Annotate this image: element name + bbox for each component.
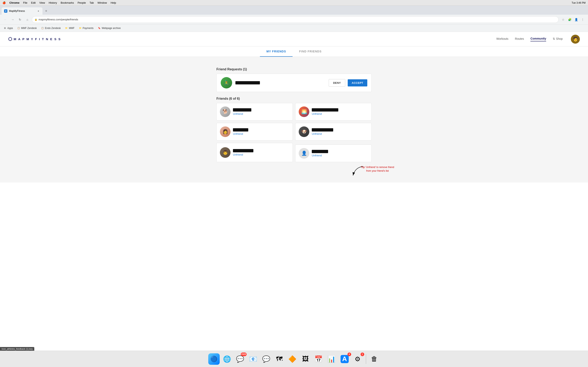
forward-button[interactable]: → xyxy=(10,17,16,22)
friend-info-6: Unfriend xyxy=(312,150,328,157)
dock-keynote[interactable]: 📊 xyxy=(326,353,337,365)
apps-icon: ⊞ xyxy=(3,26,7,30)
unfriend-link-4[interactable]: Unfriend xyxy=(312,132,333,135)
menu-help[interactable]: Help xyxy=(111,1,116,4)
dock-messages[interactable]: 💬 xyxy=(260,353,272,365)
menu-chrome[interactable]: Chrome xyxy=(9,1,19,4)
mmf-logo-text: M A P M Y F I T N E S S xyxy=(14,37,61,41)
nav-shop[interactable]: ⇅ Shop xyxy=(553,37,563,41)
friend-avatar-3[interactable]: 👩 xyxy=(220,126,231,137)
url-bar[interactable]: 🔒 mapmyfitness.com/people/friends xyxy=(32,16,559,23)
request-avatar[interactable]: 🚴 xyxy=(221,77,232,89)
dock-settings[interactable]: ⚙ 1 xyxy=(352,353,363,365)
mmf-nav-links: Workouts Routes Community ⇅ Shop xyxy=(496,37,563,42)
nav-community[interactable]: Community xyxy=(530,37,546,42)
nav-workouts[interactable]: Workouts xyxy=(496,37,508,41)
shop-label: Shop xyxy=(556,37,563,40)
dock-divider xyxy=(366,354,366,364)
dock-outlook[interactable]: 📧 xyxy=(247,353,259,365)
appstore-icon: A xyxy=(341,355,349,363)
payments-icon: 📁 xyxy=(79,26,82,30)
unfriend-link-6[interactable]: Unfriend xyxy=(312,154,328,157)
friend-requests-title: Friend Requests (1) xyxy=(216,67,372,71)
bookmark-endo-zendesk[interactable]: 📋 Endo Zendesk xyxy=(39,26,62,31)
star-button[interactable]: ☆ xyxy=(560,17,566,22)
friend-card-6: 👤 Unfriend xyxy=(295,145,372,162)
dock-maps[interactable]: 🗺 xyxy=(274,353,285,365)
bookmark-apps[interactable]: ⊞ Apps xyxy=(2,26,15,31)
active-tab[interactable]: M MapMyFitness × xyxy=(2,7,43,15)
dock-preview[interactable]: 🖼 xyxy=(300,353,311,365)
settings-icon: ⚙ xyxy=(355,355,361,363)
apple-menu[interactable]: 🍎 xyxy=(2,1,6,4)
bookmark-apps-label: Apps xyxy=(7,27,13,30)
tab-my-friends[interactable]: MY FRIENDS xyxy=(260,47,293,57)
friend-avatar-2[interactable]: 🌅 xyxy=(299,106,309,117)
menu-file[interactable]: File xyxy=(23,1,27,4)
user-avatar-placeholder: 🧑 xyxy=(573,36,578,42)
menu-button[interactable]: ⋮ xyxy=(580,17,586,22)
taskheat-icon: 🔶 xyxy=(288,355,296,363)
calendar-icon: 📅 xyxy=(314,355,323,363)
friend-avatar-6[interactable]: 👤 xyxy=(299,148,309,159)
cyclist-avatar-icon: 🚴 xyxy=(224,80,229,85)
tab-find-friends[interactable]: FIND FRIENDS xyxy=(293,47,328,57)
refresh-button[interactable]: ↻ xyxy=(17,17,23,22)
bookmark-mmf-zendesk-label: MMF Zendesk xyxy=(21,27,37,30)
dock-slack[interactable]: 💬 2329 xyxy=(234,353,246,365)
keynote-icon: 📊 xyxy=(328,355,336,363)
friend-name-1 xyxy=(233,108,251,111)
menu-tab[interactable]: Tab xyxy=(89,1,94,4)
nav-routes[interactable]: Routes xyxy=(515,37,524,41)
mmf-logo[interactable]: ⬡ M A P M Y F I T N E S S xyxy=(8,36,61,42)
menu-edit[interactable]: Edit xyxy=(31,1,35,4)
menu-window[interactable]: Window xyxy=(97,1,107,4)
dock-finder[interactable]: 🔵 xyxy=(208,353,220,365)
settings-badge: 1 xyxy=(361,352,364,356)
dock-appstore[interactable]: A 4 xyxy=(339,353,350,365)
unfriend-link-1[interactable]: Unfriend xyxy=(233,112,251,115)
menu-people[interactable]: People xyxy=(78,1,86,4)
dock-trash[interactable]: 🗑 xyxy=(369,353,380,365)
unfriend-link-2[interactable]: Unfriend xyxy=(312,112,338,115)
profile-button[interactable]: 👤 xyxy=(573,17,579,22)
friend-card-2: 🌅 Unfriend xyxy=(295,103,372,120)
friend-request-actions: DENY ACCEPT xyxy=(329,79,367,87)
bookmark-webpage-archive[interactable]: 🔖 Webpage archive xyxy=(96,26,122,31)
extension-button[interactable]: 🧩 xyxy=(567,17,572,22)
tab-close-button[interactable]: × xyxy=(37,9,40,13)
home-button[interactable]: ⌂ xyxy=(25,17,30,22)
friend-avatar-1[interactable]: 🐕 xyxy=(220,106,231,117)
friends-tabs: MY FRIENDS FIND FRIENDS xyxy=(0,47,588,57)
bookmark-mmf-zendesk[interactable]: 📋 MMF Zendesk xyxy=(15,26,38,31)
new-tab-button[interactable]: + xyxy=(43,8,49,14)
tab-title: MapMyFitness xyxy=(9,9,35,12)
friend-name-4 xyxy=(312,128,333,132)
back-button[interactable]: ← xyxy=(2,17,8,22)
deny-button[interactable]: DENY xyxy=(329,79,345,87)
accept-button[interactable]: ACCEPT xyxy=(348,79,367,86)
menu-time: Tue 3:46 PM xyxy=(572,1,586,4)
webpage-archive-icon: 🔖 xyxy=(98,26,101,30)
address-bar: ← → ↻ ⌂ 🔒 mapmyfitness.com/people/friend… xyxy=(0,15,588,25)
tooltip-text: Tap 'Unfriend' to remove friend from you… xyxy=(359,165,396,173)
friend-avatar-4[interactable]: 🐶 xyxy=(299,126,309,137)
dock-calendar[interactable]: 📅 xyxy=(313,353,324,365)
menu-history[interactable]: History xyxy=(49,1,57,4)
user-avatar[interactable]: 🧑 xyxy=(571,35,580,44)
menu-view[interactable]: View xyxy=(39,1,45,4)
content-inner: Friend Requests (1) 🚴 DENY ACCEPT xyxy=(216,63,372,183)
friend-requests-section: Friend Requests (1) 🚴 DENY ACCEPT xyxy=(216,67,372,92)
friend-name-5 xyxy=(233,149,253,152)
friend-avatar-5[interactable]: 👨 xyxy=(220,147,231,158)
bookmark-mmf[interactable]: 📁 MMF xyxy=(63,26,76,31)
trash-icon: 🗑 xyxy=(371,355,378,363)
bookmark-payments[interactable]: 📁 Payments xyxy=(77,26,95,31)
unfriend-link-3[interactable]: Unfriend xyxy=(233,132,248,135)
bookmark-mmf-label: MMF xyxy=(69,27,74,30)
unfriend-link-5[interactable]: Unfriend xyxy=(233,153,253,156)
dock-taskheat[interactable]: 🔶 xyxy=(287,353,298,365)
dock: 🔵 🌐 💬 2329 📧 💬 🗺 🔶 🖼 📅 📊 A 4 ⚙ 1 🗑 xyxy=(0,351,588,367)
menu-bookmarks[interactable]: Bookmarks xyxy=(61,1,74,4)
dock-chrome[interactable]: 🌐 xyxy=(221,353,233,365)
